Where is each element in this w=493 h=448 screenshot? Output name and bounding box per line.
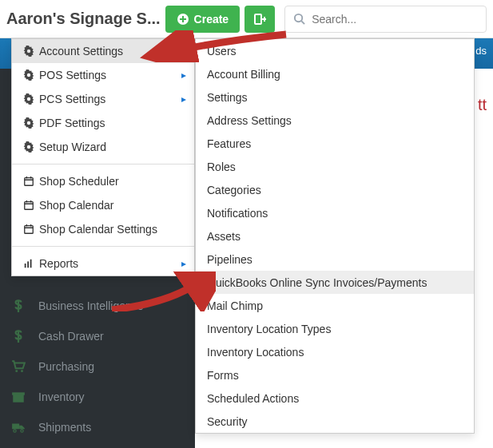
- submenu-item-pipelines[interactable]: Pipelines: [196, 248, 474, 271]
- top-bar: Aaron's Signage S... Create: [0, 0, 493, 38]
- svg-rect-1: [255, 14, 261, 24]
- submenu-item-assets[interactable]: Assets: [196, 224, 474, 248]
- create-button[interactable]: Create: [165, 6, 241, 33]
- svg-rect-15: [30, 260, 32, 268]
- submenu-item-forms[interactable]: Forms: [196, 363, 474, 387]
- plus-circle-icon: [177, 13, 189, 26]
- submenu-item-settings[interactable]: Settings: [196, 85, 474, 109]
- settings-item-shop-calendar[interactable]: Shop Calendar: [12, 193, 194, 217]
- svg-rect-10: [25, 178, 34, 186]
- submenu-item-quickbooks-online-sync-invoices-payments[interactable]: QuickBooks Online Sync Invoices/Payments: [196, 271, 474, 294]
- submenu-item-users[interactable]: Users: [196, 39, 474, 62]
- svg-rect-14: [27, 261, 29, 268]
- submenu-item-inventory-location-types[interactable]: Inventory Location Types: [196, 317, 474, 340]
- svg-point-2: [295, 14, 302, 22]
- nav-partial-label: ds: [475, 45, 487, 57]
- submenu-item-roles[interactable]: Roles: [196, 155, 474, 178]
- svg-point-4: [21, 370, 23, 372]
- settings-item-pcs-settings[interactable]: PCS Settings▸: [12, 87, 194, 111]
- search-input[interactable]: [312, 13, 478, 26]
- search-icon: [293, 13, 305, 25]
- submenu-item-account-billing[interactable]: Account Billing: [196, 62, 474, 85]
- settings-item-account-settings[interactable]: Account Settings: [12, 39, 194, 63]
- sidebar-item-shipments[interactable]: Shipments: [0, 412, 195, 442]
- svg-rect-7: [12, 424, 19, 430]
- submenu-item-inventory-locations[interactable]: Inventory Locations: [196, 340, 474, 363]
- submenu-item-features[interactable]: Features: [196, 132, 474, 155]
- submenu-item-scheduled-actions[interactable]: Scheduled Actions: [196, 387, 474, 410]
- submenu-item-mail-chimp[interactable]: Mail Chimp: [196, 294, 474, 317]
- svg-point-8: [14, 430, 16, 432]
- sidebar-item-inventory[interactable]: Inventory: [0, 382, 195, 412]
- settings-item-setup-wizard[interactable]: Setup Wizard: [12, 135, 194, 159]
- settings-item-reports[interactable]: Reports▸: [12, 252, 194, 276]
- sidebar-item-business-intelligence[interactable]: Business Intelligence: [0, 291, 195, 321]
- settings-item-pdf-settings[interactable]: PDF Settings: [12, 111, 194, 135]
- svg-point-3: [15, 370, 18, 372]
- search-field[interactable]: [284, 6, 487, 33]
- settings-dropdown: Account SettingsPOS Settings▸PCS Setting…: [11, 38, 195, 276]
- sidebar-item-cash-drawer[interactable]: Cash Drawer: [0, 321, 195, 351]
- submenu-item-notifications[interactable]: Notifications: [196, 201, 474, 224]
- import-button[interactable]: [245, 6, 275, 33]
- svg-rect-12: [25, 226, 34, 234]
- submenu-item-security[interactable]: Security: [196, 410, 474, 433]
- account-settings-submenu: UsersAccount BillingSettingsAddress Sett…: [195, 38, 475, 434]
- submenu-item-address-settings[interactable]: Address Settings: [196, 109, 474, 132]
- svg-point-9: [21, 430, 23, 432]
- brand-title: Aaron's Signage S...: [6, 10, 161, 28]
- sidebar-item-purchasing[interactable]: Purchasing: [0, 351, 195, 382]
- svg-rect-5: [13, 394, 24, 402]
- svg-rect-13: [25, 264, 26, 268]
- svg-rect-11: [25, 202, 34, 210]
- import-icon: [253, 13, 266, 26]
- svg-rect-6: [12, 392, 25, 394]
- submenu-item-categories[interactable]: Categories: [196, 178, 474, 201]
- page-title-partial: tt: [478, 96, 487, 114]
- create-label: Create: [194, 13, 229, 26]
- settings-item-pos-settings[interactable]: POS Settings▸: [12, 63, 194, 87]
- settings-item-shop-scheduler[interactable]: Shop Scheduler: [12, 169, 194, 193]
- settings-item-shop-calendar-settings[interactable]: Shop Calendar Settings: [12, 217, 194, 241]
